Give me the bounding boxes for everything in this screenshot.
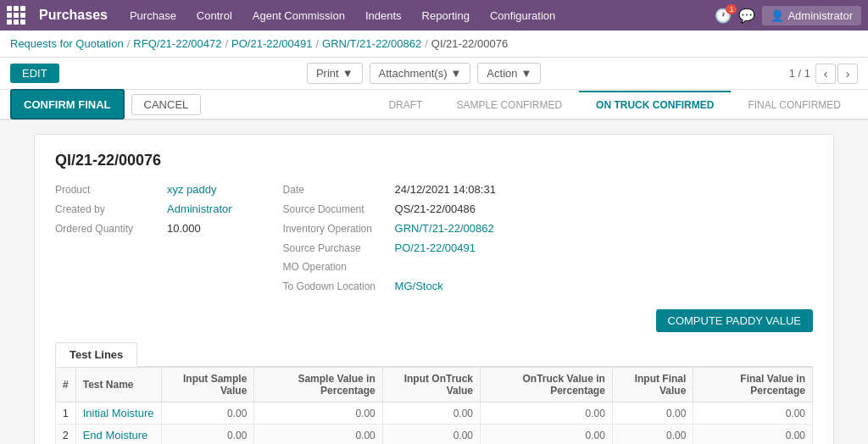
user-avatar-icon: 👤 (771, 9, 784, 22)
right-fields: Date 24/12/2021 14:08:31 Source Document… (283, 183, 496, 292)
date-value: 24/12/2021 14:08:31 (395, 183, 496, 196)
col-isv: Input Sample Value (162, 368, 254, 402)
top-nav: Purchases Purchase Control Agent Commiss… (0, 0, 868, 31)
inventory-op-label: Inventory Operation (283, 223, 385, 235)
breadcrumb-po[interactable]: PO/21-22/00491 (231, 37, 312, 50)
sep-4: / (425, 37, 428, 50)
attachments-dropdown-icon: ▼ (450, 67, 461, 80)
document-card: QI/21-22/00076 Product xyz paddy Created… (34, 134, 834, 444)
col-fvp: Final Value in Percentage (693, 368, 813, 402)
field-product: Product xyz paddy (55, 183, 232, 196)
field-source-purchase: Source Purchase PO/21-22/00491 (283, 241, 496, 254)
attachments-button[interactable]: Attachment(s) ▼ (370, 63, 471, 84)
col-svp: Sample Value in Percentage (254, 368, 382, 402)
cell-isv: 0.00 (162, 402, 254, 425)
prev-button[interactable]: ‹ (815, 64, 836, 84)
print-dropdown-icon: ▼ (342, 67, 353, 80)
col-test-name: Test Name (75, 368, 161, 402)
col-num: # (56, 368, 76, 402)
notification-icon[interactable]: 🕐 1 (715, 8, 732, 24)
source-doc-value: QS/21-22/00486 (395, 203, 476, 215)
cell-iotv: 0.00 (382, 402, 480, 425)
nav-reporting[interactable]: Reporting (414, 4, 478, 27)
chat-icon[interactable]: 💬 (738, 8, 755, 24)
pagination-text: 1 / 1 (789, 67, 810, 80)
table-row: 1 Initial Moisture 0.00 0.00 0.00 0.00 0… (56, 402, 813, 425)
tab-test-lines[interactable]: Test Lines (55, 342, 137, 367)
action-button[interactable]: Action ▼ (477, 63, 541, 84)
created-by-value[interactable]: Administrator (167, 203, 232, 215)
cell-test-name: Initial Moisture (75, 402, 161, 425)
cancel-button[interactable]: CANCEL (131, 94, 202, 115)
status-bar: CONFIRM FINAL CANCEL DRAFT SAMPLE CONFIR… (0, 90, 868, 120)
breadcrumb-rfq[interactable]: Requests for Quotation (10, 37, 124, 50)
step-draft[interactable]: DRAFT (371, 91, 439, 118)
notification-badge: 1 (726, 4, 737, 14)
source-doc-label: Source Document (283, 203, 385, 215)
status-steps: DRAFT SAMPLE CONFIRMED ON TRUCK CONFIRME… (371, 91, 858, 118)
source-purchase-value[interactable]: PO/21-22/00491 (395, 241, 476, 254)
col-otvp: OnTruck Value in Percentage (481, 368, 613, 402)
cell-num: 2 (56, 425, 76, 445)
product-label: Product (55, 184, 157, 196)
document-title: QI/21-22/00076 (55, 152, 813, 169)
nav-right: 🕐 1 💬 👤 Administrator (715, 6, 861, 25)
field-date: Date 24/12/2021 14:08:31 (283, 183, 496, 196)
godown-label: To Godown Location (283, 280, 385, 292)
toolbar: EDIT Print ▼ Attachment(s) ▼ Action ▼ 1 … (0, 58, 868, 90)
field-created-by: Created by Administrator (55, 203, 232, 215)
cell-ifv: 0.00 (612, 425, 693, 445)
main-content: QI/21-22/00076 Product xyz paddy Created… (0, 120, 868, 444)
step-sample-confirmed[interactable]: SAMPLE CONFIRMED (439, 91, 579, 118)
date-label: Date (283, 184, 385, 196)
col-ifv: Input Final Value (612, 368, 693, 402)
cell-isv: 0.00 (162, 425, 254, 445)
compute-paddy-value-button[interactable]: COMPUTE PADDY VALUE (656, 309, 813, 332)
cell-svp: 0.00 (254, 425, 382, 445)
nav-agent-commission[interactable]: Agent Commission (244, 4, 353, 27)
created-by-label: Created by (55, 203, 157, 215)
inventory-op-value[interactable]: GRN/T/21-22/00862 (395, 222, 494, 235)
tabs: Test Lines (55, 342, 813, 367)
nav-purchase[interactable]: Purchase (121, 4, 185, 27)
godown-value[interactable]: MG/Stock (395, 280, 443, 292)
cell-iotv: 0.00 (382, 425, 480, 445)
breadcrumb: Requests for Quotation / RFQ/21-22/00472… (0, 31, 868, 58)
test-lines-table: # Test Name Input Sample Value Sample Va… (55, 367, 813, 444)
main-nav: Purchase Control Agent Commission Indent… (121, 4, 701, 27)
breadcrumb-grn[interactable]: GRN/T/21-22/00862 (322, 37, 421, 50)
product-value[interactable]: xyz paddy (167, 183, 217, 196)
next-button[interactable]: › (837, 64, 858, 84)
print-button[interactable]: Print ▼ (307, 63, 363, 84)
nav-arrows: ‹ › (815, 64, 858, 84)
ordered-qty-value: 10.000 (167, 222, 201, 235)
breadcrumb-rfq-num[interactable]: RFQ/21-22/00472 (133, 37, 221, 50)
nav-configuration[interactable]: Configuration (481, 4, 564, 27)
nav-indents[interactable]: Indents (357, 4, 410, 27)
col-iotv: Input OnTruck Value (382, 368, 480, 402)
table-row: 2 End Moisture 0.00 0.00 0.00 0.00 0.00 … (56, 425, 813, 445)
sep-3: / (315, 37, 319, 50)
cell-test-name: End Moisture (75, 425, 161, 445)
cell-svp: 0.00 (254, 402, 382, 425)
step-on-truck-confirmed[interactable]: ON TRUCK CONFIRMED (579, 91, 731, 118)
cell-num: 1 (56, 402, 76, 425)
field-source-doc: Source Document QS/21-22/00486 (283, 203, 496, 215)
cell-otvp: 0.00 (481, 402, 613, 425)
app-grid-icon[interactable] (7, 6, 25, 25)
breadcrumb-current: QI/21-22/00076 (431, 37, 508, 50)
toolbar-center: Print ▼ Attachment(s) ▼ Action ▼ (66, 63, 782, 84)
cell-fvp: 0.00 (693, 425, 813, 445)
field-mo-op: MO Operation (283, 261, 496, 273)
user-menu-button[interactable]: 👤 Administrator (762, 6, 861, 25)
confirm-final-button[interactable]: CONFIRM FINAL (10, 89, 125, 119)
cell-fvp: 0.00 (693, 402, 813, 425)
sep-1: / (127, 37, 131, 50)
table-header-row: # Test Name Input Sample Value Sample Va… (56, 368, 813, 402)
edit-button[interactable]: EDIT (10, 64, 59, 83)
cell-ifv: 0.00 (612, 402, 693, 425)
step-final-confirmed[interactable]: FINAL CONFIRMED (731, 91, 858, 118)
user-name: Administrator (787, 9, 853, 22)
nav-control[interactable]: Control (188, 4, 241, 27)
source-purchase-label: Source Purchase (283, 242, 385, 254)
